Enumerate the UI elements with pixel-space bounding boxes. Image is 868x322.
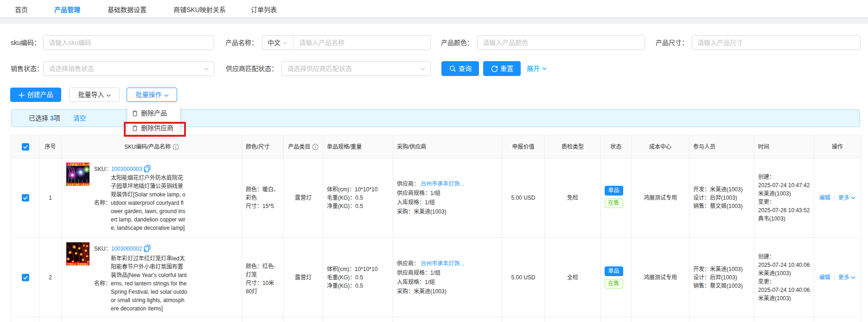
svg-text:不用比价! 我就是源头!: 不用比价! 我就是源头!	[67, 263, 89, 265]
svg-text:免布线 0电费 天黑自动亮: 免布线 0电费 天黑自动亮	[67, 183, 89, 186]
svg-text:太阳能烟花灯蒲公英灯: 太阳能烟花灯蒲公英灯	[67, 163, 89, 166]
